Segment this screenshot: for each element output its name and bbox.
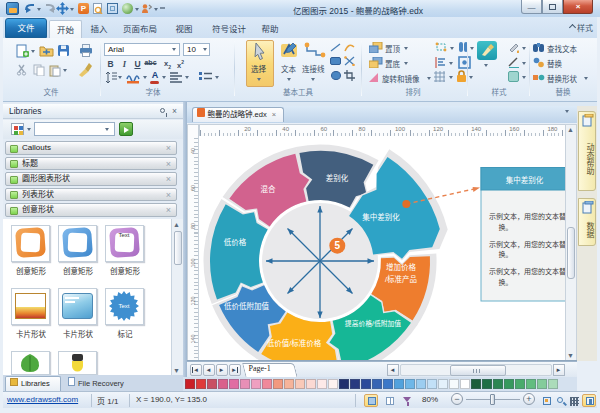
svg-text:/标准产品: /标准产品 [385,274,417,284]
svg-text:换。: 换。 [499,278,513,287]
svg-text:混合: 混合 [261,184,276,194]
svg-text:5: 5 [335,240,341,251]
svg-text:示例文本，用您的文本替: 示例文本，用您的文本替 [489,240,565,249]
svg-text:集中差别化: 集中差别化 [506,175,544,185]
svg-text:差别化: 差别化 [326,173,349,183]
svg-text:低价低附加值: 低价低附加值 [224,301,269,311]
svg-text:集中差别化: 集中差别化 [362,212,400,222]
svg-text:低价值/标准价格: 低价值/标准价格 [267,338,322,348]
svg-text:示例文本，用您的文本替: 示例文本，用您的文本替 [489,267,565,276]
svg-text:增加价格: 增加价格 [386,262,416,272]
svg-text:低价格: 低价格 [224,237,247,247]
svg-text:Text: Text [118,303,129,309]
svg-text:示例文本，用您的文本替: 示例文本，用您的文本替 [489,212,565,221]
svg-text:提高价格/低附加值: 提高价格/低附加值 [345,319,401,328]
svg-text:换。: 换。 [499,223,513,232]
svg-text:换。: 换。 [499,250,513,259]
